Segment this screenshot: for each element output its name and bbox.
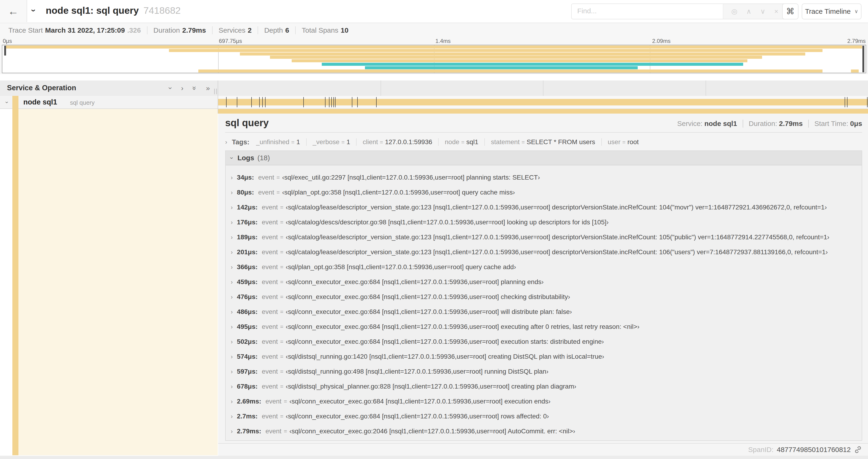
- minimap-span: [6, 45, 862, 48]
- log-timestamp: 574μs:: [237, 353, 257, 360]
- log-row[interactable]: › 574μs: event = ‹sql/distsql_running.go…: [226, 349, 862, 364]
- minimap-left-scrubber[interactable]: [4, 46, 6, 56]
- log-row[interactable]: › 2.79ms: event = ‹sql/conn_executor_exe…: [226, 424, 862, 439]
- log-marker: [237, 97, 237, 107]
- span-duration-bar[interactable]: [218, 99, 868, 105]
- span-detail-header: sql query Service:node sql1 Duration:2.7…: [225, 113, 862, 132]
- log-field-value: ‹sql/conn_executor_exec.go:684 [nsql1,cl…: [289, 398, 551, 405]
- page-title: node sql1: sql query7418682: [46, 5, 181, 16]
- trace-timeline-page: ← › node sql1: sql query7418682 ◎ ∧ ∨ × …: [0, 0, 868, 459]
- span-id-label: SpanID:: [748, 446, 774, 454]
- find-clear-icon[interactable]: ×: [774, 8, 778, 15]
- log-marker: [329, 97, 330, 107]
- tag-key: statement: [491, 138, 520, 145]
- log-timestamp: 34μs:: [237, 174, 254, 181]
- span-service-name: node sql1: [23, 98, 57, 106]
- tag-value: SELECT * FROM users: [527, 138, 595, 145]
- collapse-all-icon[interactable]: »: [191, 86, 198, 90]
- minimap-right-scrubber[interactable]: [862, 46, 864, 72]
- trace-minimap[interactable]: [2, 45, 866, 73]
- equals-sign: =: [278, 264, 286, 270]
- tags-section-toggle[interactable]: › Tags: _unfinished=1 _verbose=1 client=…: [225, 136, 862, 148]
- log-field-key: event: [262, 308, 278, 316]
- tag-item[interactable]: client=127.0.0.1:59936: [356, 138, 439, 146]
- logs-section-toggle[interactable]: › Logs (18): [226, 151, 862, 165]
- tag-item[interactable]: statement=SELECT * FROM users: [485, 138, 602, 146]
- log-field-key: event: [262, 368, 278, 375]
- view-selector-button[interactable]: Trace Timeline ∨: [802, 3, 862, 19]
- equals-sign: =: [278, 413, 286, 420]
- equals-sign: =: [340, 139, 346, 145]
- span-indent-accent: [12, 109, 19, 455]
- bottom-strip: [0, 456, 868, 459]
- expand-one-icon[interactable]: ›: [181, 84, 183, 92]
- services-stat: Services2: [213, 26, 258, 34]
- span-operation-name: sql query: [70, 99, 95, 106]
- span-row-timeline[interactable]: [218, 96, 868, 109]
- equals-sign: =: [520, 139, 527, 145]
- column-resizer-handle[interactable]: ||: [214, 88, 218, 95]
- log-field-key: event: [262, 383, 278, 390]
- chevron-right-icon: ›: [231, 204, 232, 211]
- span-row-name-column[interactable]: › node sql1 sql query: [0, 96, 218, 109]
- tag-item[interactable]: node=sql1: [439, 138, 485, 146]
- find-prev-icon[interactable]: ∧: [746, 8, 751, 15]
- log-row[interactable]: › 476μs: event = ‹sql/conn_executor_exec…: [226, 289, 862, 304]
- find-tools: ◎ ∧ ∨ ×: [723, 4, 786, 19]
- span-row[interactable]: › node sql1 sql query: [0, 96, 868, 109]
- log-row[interactable]: › 34μs: event = ‹sql/exec_util.go:2297 […: [226, 170, 862, 185]
- chevron-down-icon[interactable]: ›: [4, 101, 10, 103]
- log-row[interactable]: › 502μs: event = ‹sql/conn_executor_exec…: [226, 334, 862, 349]
- minimap-span: [322, 63, 743, 66]
- log-timestamp: 502μs:: [237, 338, 257, 346]
- log-row[interactable]: › 2.69ms: event = ‹sql/conn_executor_exe…: [226, 394, 862, 409]
- depth-stat: Depth6: [258, 26, 296, 34]
- axis-tick: 2.09ms: [652, 38, 671, 44]
- expand-all-icon[interactable]: »: [206, 84, 210, 92]
- service-operation-header: Service & Operation: [7, 84, 76, 92]
- log-timestamp: 176μs:: [237, 219, 257, 226]
- log-marker: [352, 97, 352, 107]
- log-row[interactable]: › 366μs: event = ‹sql/plan_opt.go:358 [n…: [226, 260, 862, 274]
- logs-label: Logs: [238, 154, 254, 162]
- log-row[interactable]: › 80μs: event = ‹sql/plan_opt.go:358 [ns…: [226, 185, 862, 200]
- log-row[interactable]: › 597μs: event = ‹sql/distsql_running.go…: [226, 364, 862, 379]
- find-next-icon[interactable]: ∨: [760, 8, 765, 15]
- log-field-value: ‹sql/conn_executor_exec.go:684 [nsql1,cl…: [286, 338, 604, 346]
- log-row[interactable]: › 486μs: event = ‹sql/conn_executor_exec…: [226, 304, 862, 319]
- log-row[interactable]: › 459μs: event = ‹sql/conn_executor_exec…: [226, 274, 862, 289]
- log-marker: [262, 97, 263, 107]
- tag-item[interactable]: _unfinished=1: [256, 138, 307, 146]
- log-marker: [334, 97, 334, 107]
- link-icon[interactable]: [854, 446, 862, 454]
- log-marker: [325, 97, 326, 107]
- tag-key: client: [363, 138, 378, 145]
- log-row[interactable]: › 176μs: event = ‹sql/catalog/descs/desc…: [226, 215, 862, 230]
- log-marker: [226, 97, 226, 107]
- log-row[interactable]: › 142μs: event = ‹sql/catalog/lease/desc…: [226, 200, 862, 215]
- log-row[interactable]: › 495μs: event = ‹sql/conn_executor_exec…: [226, 319, 862, 334]
- back-button[interactable]: ←: [0, 0, 27, 22]
- log-field-value: ‹sql/plan_opt.go:358 [nsql1,client=127.0…: [286, 263, 516, 271]
- equals-sign: =: [281, 428, 289, 434]
- log-timestamp: 189μs:: [237, 233, 257, 241]
- trace-collapse-toggle[interactable]: ›: [32, 6, 35, 15]
- log-field-value: ‹sql/catalog/lease/descriptor_version_st…: [286, 249, 828, 256]
- log-marker: [303, 97, 304, 107]
- locate-icon[interactable]: ◎: [731, 8, 737, 15]
- keyboard-shortcuts-button[interactable]: ⌘: [782, 3, 799, 19]
- log-field-key: event: [262, 249, 278, 256]
- tag-item[interactable]: user=root: [602, 138, 645, 146]
- collapse-one-icon[interactable]: ›: [166, 87, 175, 89]
- equals-sign: =: [278, 234, 286, 240]
- tag-item[interactable]: _verbose=1: [307, 138, 357, 146]
- total-spans-stat: Total Spans10: [296, 26, 354, 34]
- log-row[interactable]: › 201μs: event = ‹sql/catalog/lease/desc…: [226, 245, 862, 260]
- log-row[interactable]: › 678μs: event = ‹sql/distsql_physical_p…: [226, 379, 862, 394]
- log-marker: [357, 97, 358, 107]
- log-row[interactable]: › 189μs: event = ‹sql/catalog/lease/desc…: [226, 230, 862, 245]
- log-row[interactable]: › 2.7ms: event = ‹sql/conn_executor_exec…: [226, 409, 862, 424]
- equals-sign: =: [274, 189, 282, 196]
- find-input[interactable]: [572, 4, 723, 18]
- chevron-right-icon: ›: [231, 189, 232, 196]
